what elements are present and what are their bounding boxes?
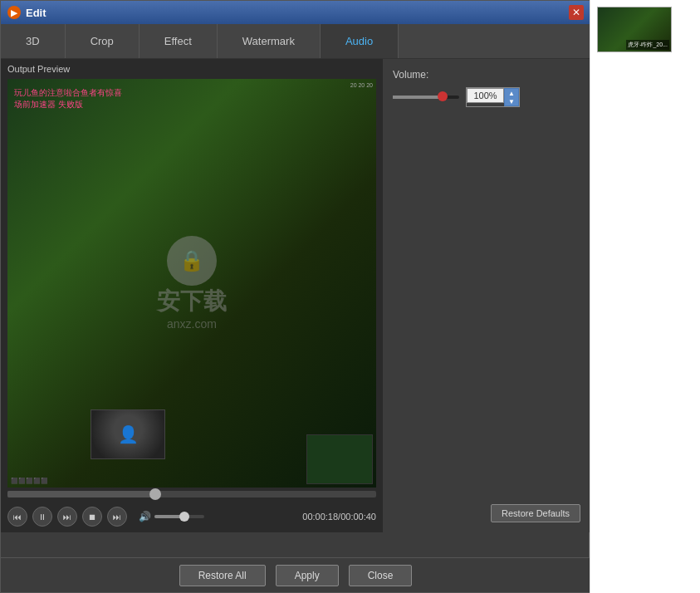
- volume-icon: 🔊: [139, 511, 151, 522]
- game-hud: 20 20 20: [350, 82, 373, 88]
- output-preview-label: Output Preview: [1, 59, 383, 79]
- game-overlay: 玩儿鱼的注意啦合鱼者有惊喜 场前加速器 失败版 20 20 20 🔒 安下载 a…: [7, 79, 376, 488]
- spinner-down[interactable]: ▼: [505, 97, 518, 105]
- video-frame: 玩儿鱼的注意啦合鱼者有惊喜 场前加速器 失败版 20 20 20 🔒 安下载 a…: [7, 79, 376, 488]
- time-current: 00:00:18: [302, 512, 338, 522]
- volume-area: 🔊: [139, 511, 204, 522]
- volume-thumb[interactable]: [179, 512, 189, 522]
- volume-spinner-box: 100% ▲ ▼: [466, 87, 520, 107]
- tab-audio[interactable]: Audio: [321, 24, 399, 58]
- restore-all-button[interactable]: Restore All: [179, 565, 266, 586]
- spinner-up[interactable]: ▲: [505, 89, 518, 97]
- time-display: 00:00:18/00:00:40: [302, 512, 376, 522]
- pause-button[interactable]: ⏸: [32, 507, 52, 527]
- close-button[interactable]: ✕: [569, 5, 584, 20]
- tab-watermark[interactable]: Watermark: [218, 24, 321, 58]
- player-controls: ⏮ ⏸ ⏭ ⏹ ⏭ 🔊 00:00:18/00:00:40: [1, 501, 383, 532]
- right-sidebar: 虎牙-咋炸_20...: [590, 0, 700, 593]
- minimap: [306, 434, 373, 484]
- watermark-icon: 🔒: [167, 236, 217, 286]
- restore-defaults-button[interactable]: Restore Defaults: [491, 504, 580, 522]
- tab-3d[interactable]: 3D: [1, 24, 66, 58]
- apply-button[interactable]: Apply: [276, 565, 339, 586]
- chinese-line1: 玩儿鱼的注意啦合鱼者有惊喜: [14, 87, 122, 99]
- action-bar: Restore All Apply Close: [1, 557, 590, 592]
- progress-fill: [7, 491, 155, 497]
- progress-container[interactable]: [1, 488, 383, 501]
- stop-button[interactable]: ⏹: [82, 507, 102, 527]
- volume-label: Volume:: [393, 69, 580, 81]
- watermark-text: 安下载: [157, 286, 227, 317]
- time-total: 00:00:40: [340, 512, 376, 522]
- volume-track[interactable]: [154, 515, 204, 518]
- player-cam: 👤: [91, 409, 165, 459]
- fast-forward-button[interactable]: ⏭: [57, 507, 77, 527]
- lock-icon: 🔒: [179, 249, 204, 272]
- preview-area: Output Preview 玩儿鱼的注意啦合鱼者有惊喜 场前加速器 失败版 2…: [1, 59, 383, 532]
- thumbnail-preview: 虎牙-咋炸_20...: [597, 7, 672, 52]
- volume-input[interactable]: 100%: [467, 88, 504, 103]
- watermark-url: anxz.com: [157, 317, 227, 331]
- right-panel: Volume: 100% ▲ ▼ Restore Defaults: [383, 59, 590, 532]
- next-button[interactable]: ⏭: [107, 507, 127, 527]
- main-window: ▶ Edit ✕ 3D Crop Effect Watermark Audio …: [0, 0, 590, 593]
- thumbnail-label: 虎牙-咋炸_20...: [626, 40, 669, 50]
- progress-thumb[interactable]: [149, 488, 161, 500]
- skills-bar: ⬛⬛⬛⬛⬛: [11, 477, 48, 484]
- volume-slider-thumb[interactable]: [438, 91, 448, 101]
- tab-crop[interactable]: Crop: [66, 24, 140, 58]
- content-area: Output Preview 玩儿鱼的注意啦合鱼者有惊喜 场前加速器 失败版 2…: [1, 59, 590, 532]
- tab-effect[interactable]: Effect: [140, 24, 218, 58]
- volume-control-row: 100% ▲ ▼: [393, 87, 580, 107]
- window-title: Edit: [26, 7, 569, 19]
- player-cam-inner: 👤: [91, 410, 164, 458]
- app-icon: ▶: [7, 6, 21, 19]
- volume-slider-track[interactable]: [393, 96, 459, 99]
- tabbar: 3D Crop Effect Watermark Audio: [1, 24, 590, 59]
- chinese-line2: 场前加速器 失败版: [14, 99, 122, 110]
- close-dialog-button[interactable]: Close: [349, 565, 413, 586]
- titlebar: ▶ Edit ✕: [1, 1, 590, 24]
- volume-slider-fill: [393, 96, 443, 99]
- chinese-overlay: 玩儿鱼的注意啦合鱼者有惊喜 场前加速器 失败版: [14, 87, 122, 110]
- spinner-arrows: ▲ ▼: [504, 88, 519, 106]
- rewind-button[interactable]: ⏮: [7, 507, 27, 527]
- watermark-overlay: 🔒 安下载 anxz.com: [157, 236, 227, 331]
- progress-track[interactable]: [7, 491, 376, 497]
- video-content: 玩儿鱼的注意啦合鱼者有惊喜 场前加速器 失败版 20 20 20 🔒 安下载 a…: [7, 79, 376, 488]
